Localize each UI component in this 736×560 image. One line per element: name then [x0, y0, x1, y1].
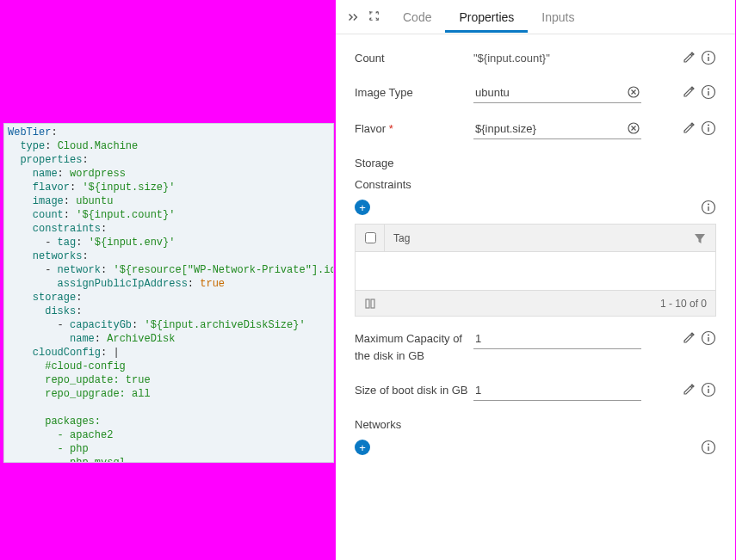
- image-type-input[interactable]: [473, 84, 641, 103]
- info-icon[interactable]: [701, 84, 716, 100]
- edit-icon[interactable]: [682, 85, 696, 99]
- tag-column-header[interactable]: Tag: [393, 232, 410, 244]
- edit-icon[interactable]: [682, 51, 696, 65]
- tab-properties[interactable]: Properties: [445, 2, 528, 33]
- row-boot-disk: Size of boot disk in GB: [355, 382, 716, 401]
- max-capacity-label: Maximum Capacity of the disk in GB: [355, 330, 473, 365]
- constraints-table: Tag 1 - 10 of 0: [355, 224, 716, 317]
- storage-section: Storage: [355, 157, 716, 169]
- info-icon[interactable]: [701, 50, 716, 65]
- table-body-empty: [356, 252, 715, 290]
- flavor-label: Flavor *: [355, 120, 473, 138]
- row-max-capacity: Maximum Capacity of the disk in GB: [355, 330, 716, 365]
- properties-form: Count "${input.count}" Image Type Flavor…: [336, 34, 735, 560]
- clear-icon[interactable]: [628, 86, 640, 98]
- yaml-code-pane[interactable]: WebTier: type: Cloud.Machine properties:…: [3, 123, 334, 463]
- image-type-label: Image Type: [355, 84, 473, 102]
- row-image-type: Image Type: [355, 84, 716, 103]
- info-icon[interactable]: [701, 330, 716, 346]
- tab-code[interactable]: Code: [389, 2, 445, 32]
- edit-icon[interactable]: [682, 121, 696, 135]
- expand-icon[interactable]: [367, 9, 384, 26]
- networks-toolbar: +: [355, 440, 716, 455]
- panel-tabs: Code Properties Inputs: [336, 0, 735, 34]
- networks-section: Networks: [355, 418, 716, 431]
- select-all-checkbox[interactable]: [365, 232, 376, 243]
- count-label: Count: [355, 50, 473, 67]
- properties-panel: Code Properties Inputs Count "${input.co…: [336, 0, 735, 560]
- add-network-button[interactable]: +: [355, 440, 370, 455]
- table-footer: 1 - 10 of 0: [356, 290, 715, 316]
- flavor-input[interactable]: [473, 120, 641, 139]
- columns-icon[interactable]: [364, 297, 378, 311]
- row-flavor: Flavor *: [355, 120, 716, 139]
- required-asterisk: *: [389, 122, 393, 135]
- collapse-icon[interactable]: [344, 9, 362, 26]
- edit-icon[interactable]: [682, 331, 696, 345]
- filter-icon[interactable]: [693, 231, 707, 245]
- info-icon[interactable]: [701, 382, 716, 397]
- count-value: "${input.count}": [473, 50, 641, 67]
- pagination-text: 1 - 10 of 0: [660, 298, 707, 310]
- table-header: Tag: [356, 225, 715, 252]
- edit-icon[interactable]: [682, 383, 696, 397]
- add-constraint-button[interactable]: +: [355, 200, 370, 215]
- constraints-section: Constraints: [355, 178, 716, 191]
- info-icon[interactable]: [701, 120, 716, 136]
- tab-inputs[interactable]: Inputs: [528, 2, 588, 32]
- info-icon[interactable]: [701, 440, 716, 455]
- max-capacity-input[interactable]: [473, 330, 641, 349]
- boot-disk-label: Size of boot disk in GB: [355, 382, 473, 399]
- clear-icon[interactable]: [628, 122, 640, 134]
- constraints-toolbar: +: [355, 200, 716, 215]
- boot-disk-input[interactable]: [473, 382, 641, 401]
- row-count: Count "${input.count}": [355, 50, 716, 67]
- info-icon[interactable]: [701, 200, 716, 215]
